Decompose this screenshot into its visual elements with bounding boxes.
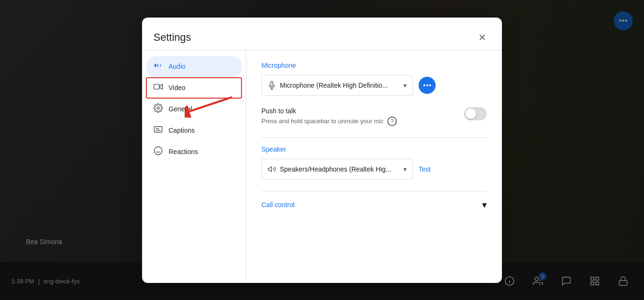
speaker-dropdown[interactable]: Speakers/Headphones (Realtek Hig... ▾ <box>261 159 413 180</box>
speaker-section: Speaker Speakers/Headphones (Realtek Hig… <box>261 145 487 180</box>
dialog-header: Settings ✕ <box>142 18 502 50</box>
svg-rect-10 <box>154 84 160 89</box>
microphone-device-name: Microphone (Realtek High Definitio... <box>280 82 388 89</box>
more-dots-icon <box>423 84 431 86</box>
gear-icon <box>153 103 163 115</box>
push-to-talk-title: Push to talk <box>261 107 397 115</box>
microphone-section: Microphone Microphone (Realtek High <box>261 62 487 96</box>
divider-2 <box>261 191 487 191</box>
speaker-chevron: ▾ <box>403 165 407 173</box>
sidebar-item-general[interactable]: General <box>146 99 242 120</box>
svg-point-22 <box>426 84 428 86</box>
push-to-talk-description: Press and hold spacebar to unmute your m… <box>261 118 384 125</box>
speaker-dropdown-row: Speakers/Headphones (Realtek Hig... ▾ Te… <box>261 159 487 180</box>
call-control-chevron: ▾ <box>482 199 487 210</box>
svg-marker-24 <box>268 166 272 172</box>
sidebar-item-reactions-label: Reactions <box>169 148 198 155</box>
sidebar-item-captions[interactable]: Captions <box>146 120 242 141</box>
sidebar-item-audio[interactable]: Audio <box>146 56 242 77</box>
svg-point-23 <box>429 84 431 86</box>
speaker-label: Speaker <box>261 145 487 153</box>
mic-icon <box>268 81 276 90</box>
call-control-row[interactable]: Call control ▾ <box>261 199 487 210</box>
speaker-icon <box>268 165 276 173</box>
push-to-talk-left: Push to talk Press and hold spacebar to … <box>261 107 397 126</box>
svg-point-12 <box>157 107 160 109</box>
sidebar-item-audio-label: Audio <box>169 63 186 70</box>
svg-point-16 <box>154 146 162 155</box>
microphone-dropdown-row: Microphone (Realtek High Definitio... ▾ <box>261 75 487 96</box>
settings-content: Microphone Microphone (Realtek High <box>246 50 502 283</box>
toggle-thumb <box>465 109 476 119</box>
microphone-more-button[interactable] <box>419 77 436 94</box>
speaker-device-name: Speakers/Headphones (Realtek Hig... <box>280 165 391 173</box>
svg-marker-11 <box>160 84 162 89</box>
sidebar-item-general-label: General <box>169 105 192 113</box>
dialog-title: Settings <box>153 31 191 44</box>
captions-icon <box>153 125 163 136</box>
svg-point-21 <box>423 84 425 86</box>
microphone-dropdown[interactable]: Microphone (Realtek High Definitio... ▾ <box>261 75 413 96</box>
video-icon <box>153 82 163 94</box>
sidebar-item-captions-label: Captions <box>169 127 195 134</box>
divider <box>261 137 487 138</box>
reactions-icon <box>153 146 163 158</box>
settings-nav: Audio Video <box>142 50 246 283</box>
close-button[interactable]: ✕ <box>474 29 491 46</box>
push-to-talk-row: Push to talk Press and hold spacebar to … <box>261 107 487 126</box>
dialog-body: Audio Video <box>142 50 502 283</box>
close-icon: ✕ <box>478 32 486 43</box>
push-to-talk-section: Push to talk Press and hold spacebar to … <box>261 107 487 126</box>
svg-rect-13 <box>154 127 162 132</box>
microphone-label: Microphone <box>261 62 487 69</box>
speaker-test-button[interactable]: Test <box>419 165 431 173</box>
sidebar-item-video-label: Video <box>169 84 186 91</box>
microphone-chevron: ▾ <box>403 82 407 89</box>
sidebar-item-video[interactable]: Video <box>146 77 242 99</box>
svg-rect-9 <box>155 64 156 67</box>
sidebar-item-reactions[interactable]: Reactions <box>146 141 242 163</box>
audio-icon <box>153 61 163 73</box>
push-to-talk-desc: Press and hold spacebar to unmute your m… <box>261 117 397 126</box>
push-to-talk-help-icon[interactable]: ? <box>387 117 397 126</box>
push-to-talk-toggle[interactable] <box>464 107 487 120</box>
call-control-label: Call control <box>261 201 295 209</box>
settings-dialog: Settings ✕ Audio <box>142 18 502 283</box>
modal-overlay: Settings ✕ Audio <box>0 0 644 300</box>
push-to-talk-toggle-wrapper <box>464 107 487 120</box>
